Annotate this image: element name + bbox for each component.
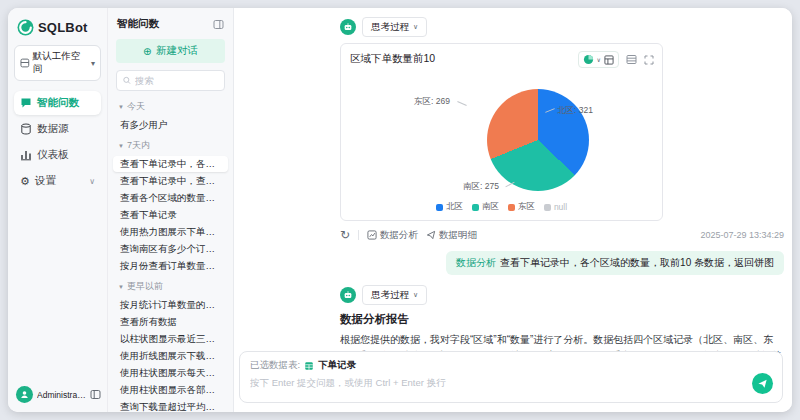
ai-message-header: 思考过程 ∨ xyxy=(340,17,784,37)
conversation-item[interactable]: 查询南区有多少个订单数 xyxy=(113,241,228,257)
user-message-row: 数据分析查看下单记录中，各个区域的数量，取前10 条数据，返回饼图 xyxy=(340,251,784,275)
legend-item-null[interactable]: null xyxy=(544,201,567,213)
triangle-down-icon: ▼ xyxy=(118,143,124,149)
conversation-item[interactable]: 查看下单记录 xyxy=(113,207,228,223)
search-input[interactable] xyxy=(135,75,218,86)
app-window: SQLBot 默认工作空间 ▾ 智能问数 数据源 仪表板 ⚙ 设置 ∨ xyxy=(8,8,792,412)
dashboard-icon xyxy=(20,149,32,161)
thinking-label: 思考过程 xyxy=(371,289,409,302)
chat-area: 思考过程 ∨ 区域下单数量前10 ∨ xyxy=(234,8,792,412)
conversation-item[interactable]: 有多少用户 xyxy=(113,117,228,133)
chart-toolbar: ∨ xyxy=(578,51,654,68)
sidebar-item-qa[interactable]: 智能问数 xyxy=(14,91,101,115)
search-icon xyxy=(123,76,131,85)
username-label: Administrator xyxy=(37,390,86,400)
conversation-item[interactable]: 查看各个区域的数量，取前10 条数... xyxy=(113,190,228,206)
robot-icon xyxy=(343,22,353,32)
group-earlier[interactable]: ▼更早以前 xyxy=(108,275,233,296)
group-today[interactable]: ▼今天 xyxy=(108,95,233,116)
conversation-list: ▼今天 有多少用户 ▼7天内 查看下单记录中，各个区域的数量... 查看下单记录… xyxy=(108,95,233,412)
sidebar-item-label: 设置 xyxy=(35,174,56,188)
legend-swatch xyxy=(436,204,443,211)
send-button[interactable] xyxy=(752,373,773,394)
plus-icon: ⊕ xyxy=(143,45,152,57)
sidebar-item-label: 智能问数 xyxy=(37,96,79,110)
data-analysis-button[interactable]: 数据分析 xyxy=(367,229,418,242)
collapse-sidebar-icon[interactable] xyxy=(90,389,101,400)
table-icon xyxy=(304,361,314,371)
analysis-icon xyxy=(367,230,377,240)
chevron-down-icon: ▾ xyxy=(91,59,95,68)
new-chat-button[interactable]: ⊕ 新建对话 xyxy=(116,39,225,63)
conversation-item[interactable]: 使用折线图展示下载量随日期的变... xyxy=(113,348,228,364)
timestamp: 2025-07-29 13:34:29 xyxy=(700,230,784,240)
user-message-text: 查看下单记录中，各个区域的数量，取前10 条数据，返回饼图 xyxy=(500,257,774,268)
chart-card: 区域下单数量前10 ∨ 东区: 269 xyxy=(340,43,663,221)
triangle-down-icon: ▼ xyxy=(118,284,124,290)
workspace-icon xyxy=(20,58,30,68)
gear-icon: ⚙ xyxy=(20,175,30,188)
chart-type-selector[interactable]: ∨ xyxy=(578,51,619,68)
database-icon xyxy=(20,123,32,135)
conversation-item[interactable]: 查看下单记录中，查看各个区域的... xyxy=(113,173,228,189)
conversation-item[interactable]: 按月份查看订单数量趋势，使用折... xyxy=(113,258,228,274)
app-logo: SQLBot xyxy=(8,8,107,45)
data-detail-button[interactable]: 数据明细 xyxy=(426,229,477,242)
chat-icon xyxy=(20,97,32,109)
chevron-down-icon: ∨ xyxy=(597,56,601,63)
legend-swatch xyxy=(508,204,515,211)
sqlbot-logo-icon xyxy=(17,19,34,36)
legend-swatch xyxy=(544,204,551,211)
workspace-name: 默认工作空间 xyxy=(33,50,88,76)
conversation-item[interactable]: 使用热力图展示下单量排名靠前的日... xyxy=(113,224,228,240)
thinking-label: 思考过程 xyxy=(371,21,409,34)
conversation-item[interactable]: 以柱状图显示最近三个月的订单量 xyxy=(113,331,228,347)
selected-table-label: 已选数据表: xyxy=(250,359,300,372)
conversation-item-selected[interactable]: 查看下单记录中，各个区域的数量... xyxy=(113,156,228,172)
legend-item[interactable]: 东区 xyxy=(508,201,535,213)
sidebar-item-dashboard[interactable]: 仪表板 xyxy=(14,143,101,167)
person-icon xyxy=(20,390,29,399)
triangle-down-icon: ▼ xyxy=(118,104,124,110)
legend-item[interactable]: 北区 xyxy=(436,201,463,213)
pie-chart-icon xyxy=(583,54,594,65)
panel-title: 智能问数 xyxy=(117,17,159,31)
pie-callout-north: 北区: 321 xyxy=(557,105,593,117)
robot-icon xyxy=(343,290,353,300)
conversation-item[interactable]: 查询下载量超过平均值的日期 xyxy=(113,399,228,412)
conversation-item[interactable]: 查看所有数据 xyxy=(113,314,228,330)
detail-icon xyxy=(426,230,436,240)
report-title: 数据分析报告 xyxy=(340,312,784,327)
sidebar-item-settings[interactable]: ⚙ 设置 ∨ xyxy=(14,169,101,193)
legend-item[interactable]: 南区 xyxy=(472,201,499,213)
send-icon xyxy=(757,378,768,389)
question-input[interactable] xyxy=(250,377,720,388)
refresh-button[interactable]: ↻ xyxy=(340,228,350,242)
message-action-row: ↻ 数据分析 数据明细 2025-07-29 13:34:29 xyxy=(340,228,784,242)
table-chart-icon xyxy=(604,55,614,65)
chart-legend: 北区 南区 东区 null xyxy=(341,201,662,213)
fullscreen-icon[interactable] xyxy=(644,55,654,65)
group-week[interactable]: ▼7天内 xyxy=(108,134,233,155)
divider xyxy=(358,230,359,240)
selected-table-row: 已选数据表: 下单记录 xyxy=(250,359,772,372)
conversation-panel-header: 智能问数 xyxy=(108,8,233,37)
sidebar-item-datasource[interactable]: 数据源 xyxy=(14,117,101,141)
bot-avatar xyxy=(340,19,356,35)
table-view-icon[interactable] xyxy=(626,54,637,65)
conversation-item[interactable]: 按月统计订单数量的折线趋势图 xyxy=(113,297,228,313)
chevron-down-icon: ∨ xyxy=(89,177,95,186)
thinking-toggle[interactable]: 思考过程 ∨ xyxy=(362,17,427,37)
new-chat-label: 新建对话 xyxy=(156,44,198,58)
user-avatar[interactable] xyxy=(16,386,33,403)
question-input-box: 已选数据表: 下单记录 xyxy=(239,351,783,403)
pie-callout-east: 东区: 269 xyxy=(414,96,450,108)
conversation-item[interactable]: 使用柱状图显示各部门员工数 xyxy=(113,382,228,398)
legend-swatch xyxy=(472,204,479,211)
message-tag: 数据分析 xyxy=(456,257,496,268)
conversation-item[interactable]: 使用柱状图展示每天的下载量变化 xyxy=(113,365,228,381)
workspace-selector[interactable]: 默认工作空间 ▾ xyxy=(14,45,101,81)
selected-table-name[interactable]: 下单记录 xyxy=(318,359,356,372)
thinking-toggle[interactable]: 思考过程 ∨ xyxy=(362,285,427,305)
collapse-panel-icon[interactable] xyxy=(213,19,224,30)
